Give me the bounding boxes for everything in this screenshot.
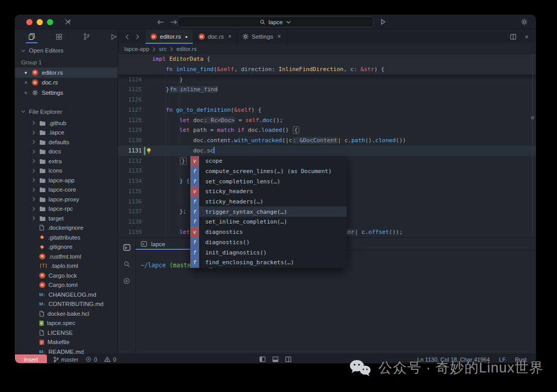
error-count[interactable]: 0 bbox=[86, 356, 97, 363]
toggle-right-panel-icon[interactable] bbox=[285, 356, 291, 362]
close-tab-icon[interactable]: × bbox=[277, 33, 281, 40]
explorer-folder-row[interactable]: .github bbox=[15, 118, 118, 128]
editor-tab[interactable]: Settings× bbox=[237, 29, 287, 44]
command-palette[interactable]: lapce bbox=[177, 16, 373, 27]
chevron-right-icon bbox=[31, 130, 36, 135]
open-editors-header[interactable]: Open Editors bbox=[15, 44, 118, 57]
history-back-icon[interactable] bbox=[157, 20, 164, 25]
workspace-name: lapce bbox=[269, 19, 283, 25]
minimize-window-button[interactable] bbox=[37, 19, 43, 25]
explorer-file-row[interactable]: .dockerignore bbox=[15, 223, 118, 233]
lightbulb-icon[interactable] bbox=[146, 148, 151, 154]
completion-item[interactable]: fset_inline_completion(…) bbox=[190, 217, 347, 227]
completion-item[interactable]: fset_completion_lens(…) bbox=[190, 176, 347, 186]
completion-item[interactable]: fdiagnostics() bbox=[190, 237, 347, 248]
close-tab-icon[interactable]: × bbox=[228, 33, 232, 40]
terminal-panel-icon[interactable] bbox=[123, 244, 130, 251]
explorer-file-row[interactable]: RCargo.lock bbox=[15, 271, 118, 281]
explorer-folder-row[interactable]: extra bbox=[15, 157, 118, 166]
completion-item[interactable]: fsticky_headers(…) bbox=[190, 197, 347, 207]
explorer-folder-row[interactable]: .lapce bbox=[15, 128, 118, 138]
completion-item[interactable]: vscope bbox=[190, 156, 347, 166]
explorer-folder-row[interactable]: icons bbox=[15, 166, 118, 176]
open-editor-item[interactable]: ●Reditor.rs bbox=[15, 67, 118, 78]
completion-item[interactable]: fcompute_screen_lines(…) (as Document) bbox=[190, 166, 347, 177]
explorer-folder-row[interactable]: target bbox=[15, 214, 118, 224]
split-editor-icon[interactable] bbox=[510, 34, 516, 40]
file-explorer-header[interactable]: File Explorer bbox=[15, 105, 118, 118]
tab-forward-icon[interactable] bbox=[136, 34, 139, 40]
close-editor-icon[interactable]: × bbox=[525, 33, 529, 41]
code-line: 1127 fn go_to_definition(&self) { bbox=[118, 105, 536, 115]
code-line: 1129 let path = match if doc.loaded() { bbox=[118, 125, 536, 135]
gutter bbox=[142, 54, 152, 64]
close-window-button[interactable] bbox=[26, 19, 32, 25]
terminal-icon bbox=[141, 241, 147, 247]
gutter bbox=[142, 135, 152, 146]
plugins-panel-icon[interactable] bbox=[56, 29, 62, 44]
tab-back-icon[interactable] bbox=[125, 34, 129, 40]
branch-indicator[interactable]: master bbox=[53, 356, 79, 363]
code-text: } bbox=[152, 75, 183, 85]
zoom-window-button[interactable] bbox=[47, 19, 53, 25]
editor-tab[interactable]: Reditor.rs● bbox=[145, 29, 193, 44]
run-button[interactable] bbox=[381, 19, 386, 25]
scrollbar-thumb[interactable] bbox=[531, 116, 534, 120]
source-control-panel-icon[interactable] bbox=[83, 29, 90, 44]
close-icon[interactable]: × bbox=[23, 90, 28, 96]
explorer-file-row[interactable]: .gitignore bbox=[15, 242, 118, 252]
scrollbar-track[interactable] bbox=[532, 54, 533, 237]
debug-panel-icon[interactable] bbox=[110, 29, 118, 44]
completion-item[interactable]: ftrigger_syntax_change(…) bbox=[190, 207, 347, 217]
explorer-file-row[interactable]: Makefile bbox=[15, 337, 118, 347]
settings-gear-icon[interactable] bbox=[521, 19, 528, 25]
completion-item[interactable]: vsticky_headers bbox=[190, 186, 347, 197]
chevron-right-icon bbox=[170, 47, 173, 52]
completion-item[interactable]: finit_diagnostics() bbox=[190, 247, 347, 258]
completion-item[interactable]: vdiagnostics bbox=[190, 227, 347, 237]
problems-panel-icon[interactable] bbox=[123, 278, 130, 284]
toggle-bottom-panel-icon[interactable] bbox=[272, 356, 278, 362]
explorer-panel-icon[interactable] bbox=[28, 29, 35, 44]
breadcrumb[interactable]: lapce-appsrceditor.rs bbox=[118, 44, 536, 54]
explorer-folder-row[interactable]: docs bbox=[15, 147, 118, 157]
git-icon bbox=[39, 244, 45, 250]
explorer-file-row[interactable]: docker-bake.hcl bbox=[15, 309, 118, 319]
explorer-file-row[interactable]: R.rustfmt.toml bbox=[15, 252, 118, 262]
explorer-file-row[interactable]: M↓CONTRIBUTING.md bbox=[15, 299, 118, 309]
explorer-file-row[interactable]: LICENSE bbox=[15, 328, 118, 338]
explorer-file-row[interactable]: lapce.spec bbox=[15, 318, 118, 328]
file-name: .dockerignore bbox=[47, 225, 84, 231]
completion-label: diagnostics() bbox=[199, 237, 250, 248]
close-icon[interactable]: × bbox=[23, 79, 28, 86]
explorer-folder-row[interactable]: lapce-core bbox=[15, 185, 118, 195]
explorer-file-row[interactable]: M↓CHANGELOG.md bbox=[15, 290, 118, 300]
mode-badge[interactable]: Insert bbox=[15, 354, 47, 364]
open-editor-item[interactable]: ×Rdoc.rs bbox=[15, 78, 118, 88]
explorer-folder-row[interactable]: lapce-rpc bbox=[15, 204, 118, 214]
open-editor-item[interactable]: ×Settings bbox=[15, 88, 118, 98]
explorer-file-row[interactable]: M↓README.md bbox=[15, 347, 118, 354]
chevron-right-icon bbox=[31, 197, 36, 201]
explorer-file-row[interactable]: [T].taplo.toml bbox=[15, 261, 118, 271]
breadcrumb-part[interactable]: editor.rs bbox=[176, 46, 196, 52]
line-number: 1134 bbox=[118, 176, 142, 186]
explorer-file-row[interactable]: .gitattributes bbox=[15, 233, 118, 243]
completion-item[interactable]: ffind_enclosing_brackets(…) bbox=[190, 258, 347, 268]
search-panel-icon[interactable] bbox=[124, 261, 130, 267]
explorer-folder-row[interactable]: lapce-proxy bbox=[15, 195, 118, 204]
breadcrumb-part[interactable]: lapce-app bbox=[124, 46, 149, 52]
explorer-file-row[interactable]: RCargo.toml bbox=[15, 280, 118, 290]
variable-kind-icon: v bbox=[190, 227, 199, 237]
warning-count[interactable]: 0 bbox=[104, 356, 116, 363]
toggle-left-panel-icon[interactable] bbox=[259, 356, 266, 362]
variable-kind-icon: v bbox=[190, 156, 199, 166]
explorer-folder-row[interactable]: lapce-app bbox=[15, 176, 118, 185]
completion-label: trigger_syntax_change(…) bbox=[199, 207, 287, 217]
explorer-folder-row[interactable]: defaults bbox=[15, 138, 118, 147]
error-count-value: 0 bbox=[94, 356, 97, 363]
file-name: lapce.spec bbox=[47, 320, 75, 326]
editor-tab[interactable]: Rdoc.rs× bbox=[193, 29, 237, 44]
breadcrumb-part[interactable]: src bbox=[159, 46, 167, 52]
history-forward-icon[interactable] bbox=[170, 20, 177, 25]
